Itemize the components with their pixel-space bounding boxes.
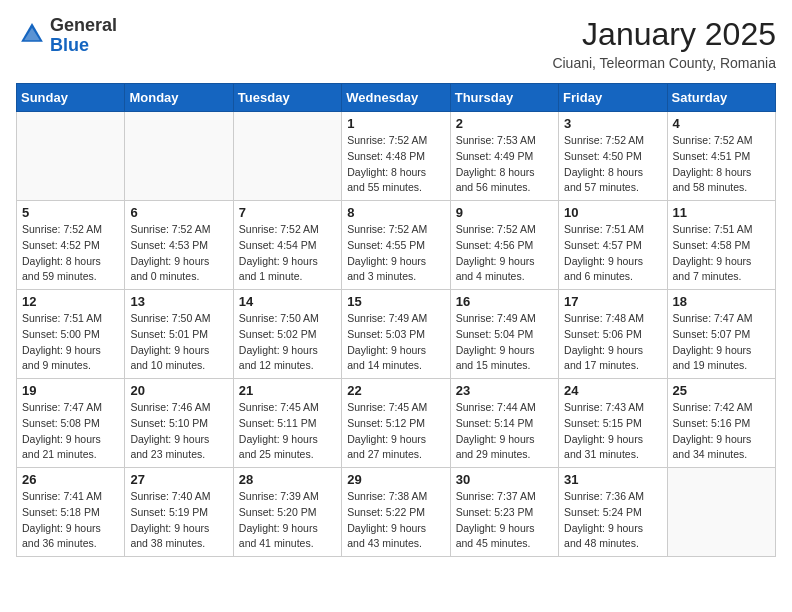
calendar-cell: 23Sunrise: 7:44 AM Sunset: 5:14 PM Dayli… xyxy=(450,379,558,468)
weekday-header-wednesday: Wednesday xyxy=(342,84,450,112)
month-title: January 2025 xyxy=(552,16,776,53)
day-info: Sunrise: 7:36 AM Sunset: 5:24 PM Dayligh… xyxy=(564,489,661,552)
calendar-cell: 30Sunrise: 7:37 AM Sunset: 5:23 PM Dayli… xyxy=(450,468,558,557)
day-number: 19 xyxy=(22,383,119,398)
logo-blue-text: Blue xyxy=(50,35,89,55)
day-number: 11 xyxy=(673,205,770,220)
day-number: 30 xyxy=(456,472,553,487)
day-number: 16 xyxy=(456,294,553,309)
day-number: 27 xyxy=(130,472,227,487)
calendar-cell: 15Sunrise: 7:49 AM Sunset: 5:03 PM Dayli… xyxy=(342,290,450,379)
calendar-cell: 13Sunrise: 7:50 AM Sunset: 5:01 PM Dayli… xyxy=(125,290,233,379)
weekday-header-tuesday: Tuesday xyxy=(233,84,341,112)
weekday-header-sunday: Sunday xyxy=(17,84,125,112)
day-info: Sunrise: 7:52 AM Sunset: 4:51 PM Dayligh… xyxy=(673,133,770,196)
day-number: 8 xyxy=(347,205,444,220)
day-number: 1 xyxy=(347,116,444,131)
calendar-week-row: 19Sunrise: 7:47 AM Sunset: 5:08 PM Dayli… xyxy=(17,379,776,468)
day-number: 17 xyxy=(564,294,661,309)
day-info: Sunrise: 7:52 AM Sunset: 4:50 PM Dayligh… xyxy=(564,133,661,196)
day-info: Sunrise: 7:52 AM Sunset: 4:53 PM Dayligh… xyxy=(130,222,227,285)
day-info: Sunrise: 7:49 AM Sunset: 5:04 PM Dayligh… xyxy=(456,311,553,374)
day-info: Sunrise: 7:52 AM Sunset: 4:52 PM Dayligh… xyxy=(22,222,119,285)
day-number: 7 xyxy=(239,205,336,220)
calendar-cell: 5Sunrise: 7:52 AM Sunset: 4:52 PM Daylig… xyxy=(17,201,125,290)
calendar-cell xyxy=(125,112,233,201)
calendar-cell: 19Sunrise: 7:47 AM Sunset: 5:08 PM Dayli… xyxy=(17,379,125,468)
calendar-cell: 11Sunrise: 7:51 AM Sunset: 4:58 PM Dayli… xyxy=(667,201,775,290)
day-info: Sunrise: 7:38 AM Sunset: 5:22 PM Dayligh… xyxy=(347,489,444,552)
day-info: Sunrise: 7:44 AM Sunset: 5:14 PM Dayligh… xyxy=(456,400,553,463)
day-info: Sunrise: 7:43 AM Sunset: 5:15 PM Dayligh… xyxy=(564,400,661,463)
day-number: 29 xyxy=(347,472,444,487)
logo-icon xyxy=(18,20,46,48)
calendar-week-row: 5Sunrise: 7:52 AM Sunset: 4:52 PM Daylig… xyxy=(17,201,776,290)
day-number: 13 xyxy=(130,294,227,309)
calendar-cell: 3Sunrise: 7:52 AM Sunset: 4:50 PM Daylig… xyxy=(559,112,667,201)
logo-general-text: General xyxy=(50,15,117,35)
day-number: 24 xyxy=(564,383,661,398)
day-number: 14 xyxy=(239,294,336,309)
day-info: Sunrise: 7:45 AM Sunset: 5:12 PM Dayligh… xyxy=(347,400,444,463)
day-info: Sunrise: 7:40 AM Sunset: 5:19 PM Dayligh… xyxy=(130,489,227,552)
day-info: Sunrise: 7:50 AM Sunset: 5:02 PM Dayligh… xyxy=(239,311,336,374)
calendar-cell: 12Sunrise: 7:51 AM Sunset: 5:00 PM Dayli… xyxy=(17,290,125,379)
calendar-cell: 26Sunrise: 7:41 AM Sunset: 5:18 PM Dayli… xyxy=(17,468,125,557)
calendar-cell: 14Sunrise: 7:50 AM Sunset: 5:02 PM Dayli… xyxy=(233,290,341,379)
day-info: Sunrise: 7:37 AM Sunset: 5:23 PM Dayligh… xyxy=(456,489,553,552)
calendar-cell: 6Sunrise: 7:52 AM Sunset: 4:53 PM Daylig… xyxy=(125,201,233,290)
weekday-header-thursday: Thursday xyxy=(450,84,558,112)
day-number: 15 xyxy=(347,294,444,309)
page-header: General Blue January 2025 Ciuani, Teleor… xyxy=(16,16,776,71)
title-area: January 2025 Ciuani, Teleorman County, R… xyxy=(552,16,776,71)
calendar-week-row: 12Sunrise: 7:51 AM Sunset: 5:00 PM Dayli… xyxy=(17,290,776,379)
calendar-cell: 22Sunrise: 7:45 AM Sunset: 5:12 PM Dayli… xyxy=(342,379,450,468)
day-info: Sunrise: 7:47 AM Sunset: 5:07 PM Dayligh… xyxy=(673,311,770,374)
day-info: Sunrise: 7:52 AM Sunset: 4:48 PM Dayligh… xyxy=(347,133,444,196)
calendar-cell: 8Sunrise: 7:52 AM Sunset: 4:55 PM Daylig… xyxy=(342,201,450,290)
calendar-cell: 18Sunrise: 7:47 AM Sunset: 5:07 PM Dayli… xyxy=(667,290,775,379)
calendar-cell: 4Sunrise: 7:52 AM Sunset: 4:51 PM Daylig… xyxy=(667,112,775,201)
calendar-cell: 25Sunrise: 7:42 AM Sunset: 5:16 PM Dayli… xyxy=(667,379,775,468)
calendar-cell xyxy=(17,112,125,201)
day-info: Sunrise: 7:52 AM Sunset: 4:54 PM Dayligh… xyxy=(239,222,336,285)
calendar-cell: 1Sunrise: 7:52 AM Sunset: 4:48 PM Daylig… xyxy=(342,112,450,201)
day-number: 20 xyxy=(130,383,227,398)
calendar-cell: 28Sunrise: 7:39 AM Sunset: 5:20 PM Dayli… xyxy=(233,468,341,557)
day-number: 6 xyxy=(130,205,227,220)
day-number: 25 xyxy=(673,383,770,398)
day-number: 10 xyxy=(564,205,661,220)
day-info: Sunrise: 7:42 AM Sunset: 5:16 PM Dayligh… xyxy=(673,400,770,463)
day-info: Sunrise: 7:45 AM Sunset: 5:11 PM Dayligh… xyxy=(239,400,336,463)
day-number: 18 xyxy=(673,294,770,309)
calendar-cell: 16Sunrise: 7:49 AM Sunset: 5:04 PM Dayli… xyxy=(450,290,558,379)
day-number: 21 xyxy=(239,383,336,398)
calendar-cell: 31Sunrise: 7:36 AM Sunset: 5:24 PM Dayli… xyxy=(559,468,667,557)
day-number: 12 xyxy=(22,294,119,309)
day-info: Sunrise: 7:50 AM Sunset: 5:01 PM Dayligh… xyxy=(130,311,227,374)
calendar-cell: 9Sunrise: 7:52 AM Sunset: 4:56 PM Daylig… xyxy=(450,201,558,290)
day-info: Sunrise: 7:39 AM Sunset: 5:20 PM Dayligh… xyxy=(239,489,336,552)
calendar-cell: 27Sunrise: 7:40 AM Sunset: 5:19 PM Dayli… xyxy=(125,468,233,557)
calendar-cell: 21Sunrise: 7:45 AM Sunset: 5:11 PM Dayli… xyxy=(233,379,341,468)
calendar-week-row: 26Sunrise: 7:41 AM Sunset: 5:18 PM Dayli… xyxy=(17,468,776,557)
day-info: Sunrise: 7:46 AM Sunset: 5:10 PM Dayligh… xyxy=(130,400,227,463)
calendar-cell: 24Sunrise: 7:43 AM Sunset: 5:15 PM Dayli… xyxy=(559,379,667,468)
day-number: 4 xyxy=(673,116,770,131)
day-info: Sunrise: 7:47 AM Sunset: 5:08 PM Dayligh… xyxy=(22,400,119,463)
calendar-cell: 20Sunrise: 7:46 AM Sunset: 5:10 PM Dayli… xyxy=(125,379,233,468)
calendar-cell xyxy=(233,112,341,201)
day-info: Sunrise: 7:53 AM Sunset: 4:49 PM Dayligh… xyxy=(456,133,553,196)
day-number: 26 xyxy=(22,472,119,487)
calendar-table: SundayMondayTuesdayWednesdayThursdayFrid… xyxy=(16,83,776,557)
weekday-header-row: SundayMondayTuesdayWednesdayThursdayFrid… xyxy=(17,84,776,112)
calendar-cell: 29Sunrise: 7:38 AM Sunset: 5:22 PM Dayli… xyxy=(342,468,450,557)
day-info: Sunrise: 7:52 AM Sunset: 4:55 PM Dayligh… xyxy=(347,222,444,285)
weekday-header-saturday: Saturday xyxy=(667,84,775,112)
day-info: Sunrise: 7:51 AM Sunset: 4:58 PM Dayligh… xyxy=(673,222,770,285)
weekday-header-friday: Friday xyxy=(559,84,667,112)
calendar-cell: 10Sunrise: 7:51 AM Sunset: 4:57 PM Dayli… xyxy=(559,201,667,290)
calendar-week-row: 1Sunrise: 7:52 AM Sunset: 4:48 PM Daylig… xyxy=(17,112,776,201)
day-info: Sunrise: 7:51 AM Sunset: 4:57 PM Dayligh… xyxy=(564,222,661,285)
calendar-cell xyxy=(667,468,775,557)
